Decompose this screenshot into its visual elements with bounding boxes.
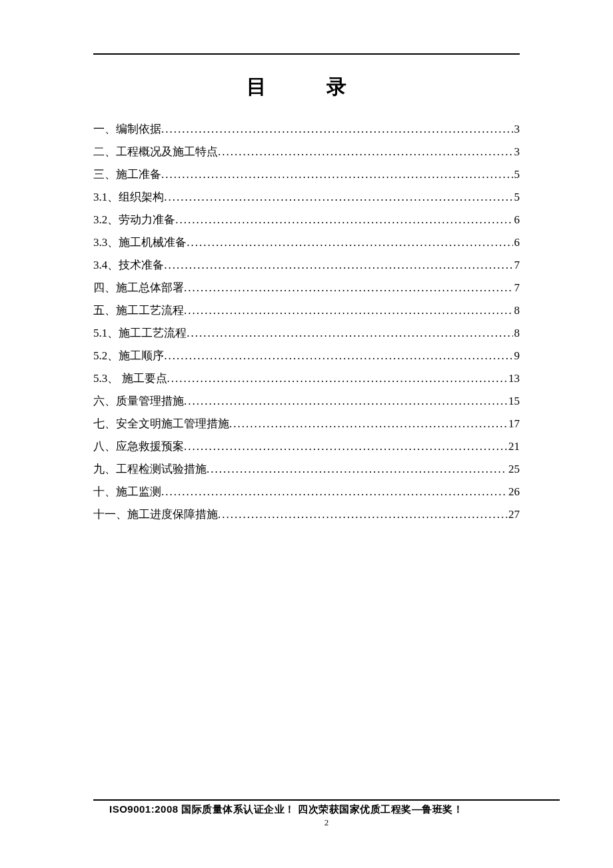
toc-leader-dots: ........................................…: [207, 458, 507, 481]
toc-leader-dots: ........................................…: [184, 299, 513, 322]
toc-entry-label: 5.3、 施工要点: [93, 367, 167, 390]
toc-entry-label: 四、施工总体部署: [93, 277, 184, 299]
toc-leader-dots: ........................................…: [167, 367, 508, 390]
toc-entry-page: 6: [513, 209, 520, 231]
toc-entry: 十、施工监测 .................................…: [93, 481, 520, 503]
bottom-horizontal-rule: [93, 799, 560, 801]
toc-entry: 3.2、劳动力准备 ..............................…: [93, 209, 520, 231]
page-number: 2: [93, 817, 560, 828]
table-of-contents: 一、编制依据 .................................…: [93, 118, 520, 526]
toc-leader-dots: ........................................…: [164, 186, 512, 209]
toc-entry: 5.1、施工工艺流程 .............................…: [93, 322, 520, 345]
toc-entry: 十一、施工进度保障措施 ............................…: [93, 503, 520, 526]
toc-entry: 3.3、施工机械准备 .............................…: [93, 231, 520, 254]
toc-entry: 五、施工工艺流程 ...............................…: [93, 299, 520, 322]
document-page: 目 录 一、编制依据 .............................…: [0, 0, 613, 868]
toc-entry: 六、质量管理措施 ...............................…: [93, 390, 520, 413]
toc-entry: 四、施工总体部署 ...............................…: [93, 277, 520, 299]
toc-entry: 九、工程检测试验措施 .............................…: [93, 458, 520, 481]
toc-leader-dots: ........................................…: [175, 209, 512, 231]
toc-leader-dots: ........................................…: [161, 118, 513, 141]
toc-leader-dots: ........................................…: [184, 435, 507, 458]
toc-entry-label: 七、安全文明施工管理措施: [93, 413, 229, 435]
toc-entry-label: 十一、施工进度保障措施: [93, 503, 218, 526]
toc-entry: 5.2、施工顺序 ...............................…: [93, 345, 520, 367]
toc-entry-page: 25: [507, 458, 520, 481]
toc-entry-page: 3: [513, 141, 520, 163]
toc-leader-dots: ........................................…: [187, 322, 512, 345]
toc-entry: 3.1、组织架构 ...............................…: [93, 186, 520, 209]
toc-entry-label: 3.4、技术准备: [93, 254, 164, 277]
toc-entry-page: 6: [513, 231, 520, 254]
toc-entry-page: 5: [513, 186, 520, 209]
toc-entry-label: 八、应急救援预案: [93, 435, 184, 458]
toc-entry-label: 六、质量管理措施: [93, 390, 184, 413]
footer-text: ISO9001:2008 国际质量体系认证企业！ 四次荣获国家优质工程奖—鲁班奖…: [93, 803, 560, 816]
toc-entry-page: 3: [513, 118, 520, 141]
toc-leader-dots: ........................................…: [161, 481, 507, 503]
page-footer: ISO9001:2008 国际质量体系认证企业！ 四次荣获国家优质工程奖—鲁班奖…: [93, 799, 560, 828]
toc-leader-dots: ........................................…: [218, 503, 507, 526]
toc-entry-page: 26: [507, 481, 520, 503]
toc-entry-page: 21: [507, 435, 520, 458]
toc-entry: 二、工程概况及施工特点 ............................…: [93, 141, 520, 163]
toc-entry-page: 8: [513, 322, 520, 345]
toc-entry-label: 五、施工工艺流程: [93, 299, 184, 322]
toc-leader-dots: ........................................…: [164, 345, 512, 367]
toc-entry: 5.3、 施工要点 ..............................…: [93, 367, 520, 390]
toc-entry: 三、施工准备 .................................…: [93, 163, 520, 186]
toc-entry-label: 十、施工监测: [93, 481, 161, 503]
toc-leader-dots: ........................................…: [184, 277, 513, 299]
toc-entry-label: 3.2、劳动力准备: [93, 209, 175, 231]
toc-entry-page: 17: [507, 413, 520, 435]
toc-leader-dots: ........................................…: [184, 390, 507, 413]
toc-leader-dots: ........................................…: [164, 254, 512, 277]
toc-leader-dots: ........................................…: [229, 413, 507, 435]
top-horizontal-rule: [93, 53, 520, 55]
toc-entry-page: 8: [513, 299, 520, 322]
toc-entry: 八、应急救援预案 ...............................…: [93, 435, 520, 458]
toc-entry-page: 7: [513, 254, 520, 277]
toc-entry-label: 3.3、施工机械准备: [93, 231, 187, 254]
toc-entry-page: 5: [513, 163, 520, 186]
toc-entry-page: 27: [507, 503, 520, 526]
toc-entry-label: 三、施工准备: [93, 163, 161, 186]
toc-leader-dots: ........................................…: [187, 231, 512, 254]
toc-entry-page: 13: [507, 367, 520, 390]
toc-entry: 一、编制依据 .................................…: [93, 118, 520, 141]
toc-entry-label: 九、工程检测试验措施: [93, 458, 207, 481]
toc-title: 目 录: [93, 73, 520, 101]
toc-entry-label: 一、编制依据: [93, 118, 161, 141]
toc-entry: 3.4、技术准备 ...............................…: [93, 254, 520, 277]
toc-entry-label: 5.2、施工顺序: [93, 345, 164, 367]
toc-entry-label: 5.1、施工工艺流程: [93, 322, 187, 345]
toc-leader-dots: ........................................…: [161, 163, 513, 186]
toc-entry-page: 9: [513, 345, 520, 367]
toc-entry-page: 15: [507, 390, 520, 413]
toc-leader-dots: ........................................…: [218, 141, 513, 163]
toc-entry-label: 二、工程概况及施工特点: [93, 141, 218, 163]
toc-entry: 七、安全文明施工管理措施 ...........................…: [93, 413, 520, 435]
toc-entry-page: 7: [513, 277, 520, 299]
toc-entry-label: 3.1、组织架构: [93, 186, 164, 209]
